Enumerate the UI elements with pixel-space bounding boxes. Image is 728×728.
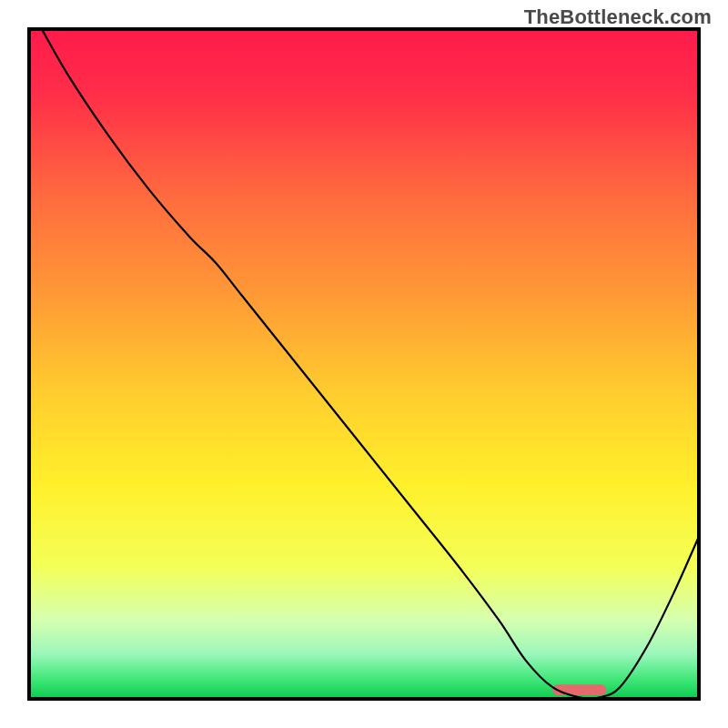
bottleneck-chart	[0, 0, 728, 728]
chart-container: TheBottleneck.com	[0, 0, 728, 728]
optimum-band	[552, 684, 606, 695]
watermark-text: TheBottleneck.com	[524, 5, 712, 29]
gradient-background	[27, 27, 701, 701]
plot-area	[27, 27, 701, 701]
